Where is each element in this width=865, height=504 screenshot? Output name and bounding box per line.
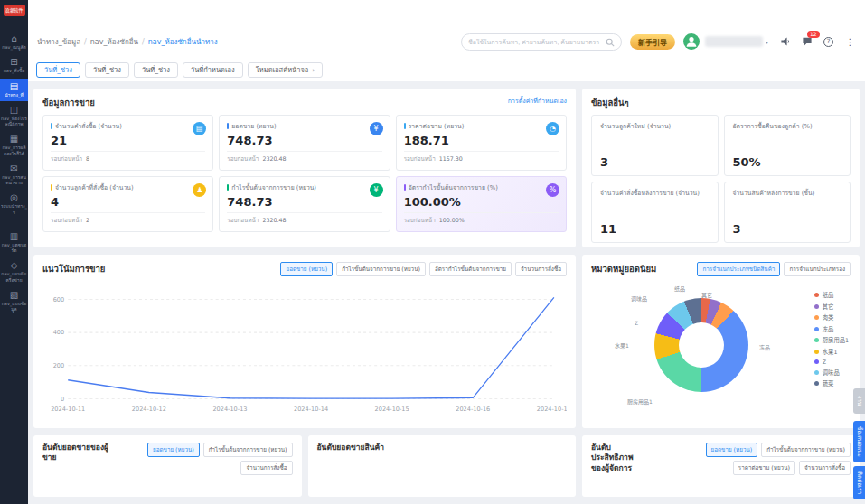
manager-ranking-panel: อันดับประสิทธิภาพของผู้จัดการ ยอดขาย (หย… xyxy=(582,435,860,497)
stat-card-aftersale-orders: จำนวนคำสั่งซื้อหลังการขาย (จำนวน) 11 xyxy=(591,182,719,243)
donut-callout: 水果1 xyxy=(615,341,629,350)
screen-mode-button[interactable]: โหมดเอสค์หน้าจอ › xyxy=(248,62,324,78)
trend-tab-gross-margin[interactable]: อัตรากำไรขั้นต้นจากการขาย xyxy=(429,262,512,276)
date-tab-range-1[interactable]: วันที่_ช่วง xyxy=(36,62,80,78)
app-logo[interactable]: 浪潮软件 xyxy=(4,5,25,16)
svg-text:600: 600 xyxy=(53,296,65,303)
seller-tab-sales[interactable]: ยอดขาย (หยวน) xyxy=(147,443,200,457)
sidebar-item-production[interactable]: ▦ nav_การผลิตอะไรก็ได้ xyxy=(0,131,28,160)
category-tab-secondary[interactable]: การจำแนกประเภทรอง xyxy=(784,262,851,276)
sidebar-item-label: nav_ห้องไปรษณีย์ภาพ xyxy=(1,116,27,127)
manager-tab-avg-price[interactable]: ราคาต่อชาม (หยวน) xyxy=(733,461,795,475)
top-bar: นำทาง_ข้อมูล nav_ห้องซักอื่น nav_ห้องซัก… xyxy=(28,0,865,58)
sidebar-item-orders[interactable]: ⊞ nav_สั่งซื้อ xyxy=(0,54,28,77)
prev-value: 2320.48 xyxy=(262,155,286,162)
svg-text:400: 400 xyxy=(53,329,65,336)
chevron-down-icon[interactable]: ▾ xyxy=(766,39,768,45)
sidebar-item-label: nav_แผนผังเครือข่าย xyxy=(1,271,27,283)
donut-callout: 其它 xyxy=(701,291,712,299)
percent-icon: % xyxy=(546,183,559,197)
prev-label: รอบก่อนหน้า xyxy=(227,217,259,223)
breadcrumb-item[interactable]: นำทาง_ข้อมูล xyxy=(37,36,80,48)
notification-badge: 12 xyxy=(807,31,820,38)
sidebar-item-network[interactable]: ◇ nav_แผนผังเครือข่าย xyxy=(0,257,28,286)
trend-line-chart: 02004006002024-10-112024-10-122024-10-13… xyxy=(42,282,567,417)
stat-value: 4 xyxy=(51,195,205,209)
task-side-tab[interactable]: งาน xyxy=(853,388,865,414)
custom-settings-link[interactable]: การตั้งค่าที่กำหนดเอง xyxy=(508,96,567,106)
legend-label: 肉类 xyxy=(823,313,834,322)
legend-item[interactable]: 肉类 xyxy=(814,313,849,322)
panel-title: แนวโน้มการขาย xyxy=(42,262,105,275)
contact-side-button[interactable]: ติดต่อเรา xyxy=(853,466,865,499)
feedback-side-button[interactable]: ข้อเสนอแนะ xyxy=(853,421,865,462)
prev-label: รอบก่อนหน้า xyxy=(51,217,82,223)
stat-card-aftersale-items: จำนวนสินค้าหลังการขาย (ชิ้น) 3 xyxy=(724,182,851,243)
sidebar-item-apps[interactable]: ▥ nav_แดชบอร์ด xyxy=(0,229,28,257)
legend-label: 厨房用品1 xyxy=(823,336,849,344)
stat-title: จำนวนลูกค้าใหม่ (จำนวน) xyxy=(600,122,710,131)
manager-tab-order-count[interactable]: จำนวนการสั่งซื้อ xyxy=(799,461,851,475)
trend-tab-order-count[interactable]: จำนวนการสั่งซื้อ xyxy=(515,262,567,276)
stat-title: อัตราการซื้อคืนของลูกค้า (%) xyxy=(733,122,842,131)
trend-tab-sales[interactable]: ยอดขาย (หยวน) xyxy=(280,262,333,276)
prev-label: รอบก่อนหน้า xyxy=(51,155,82,162)
legend-dot xyxy=(814,315,819,320)
legend-dot xyxy=(814,350,819,354)
legend-item[interactable]: 纸品 xyxy=(814,291,849,299)
breadcrumb-item-current: nav_ห้องซักอื่นนำทาง xyxy=(138,36,218,48)
accent-bar xyxy=(51,123,52,129)
date-tab-range-2[interactable]: วันที่_ช่วง xyxy=(85,62,129,78)
donut-callout: 冻品 xyxy=(759,343,770,351)
legend-item[interactable]: 蔬菜 xyxy=(814,379,849,387)
date-tab-custom[interactable]: วันที่กำหนดเอง xyxy=(183,62,243,78)
legend-item[interactable]: 厨房用品1 xyxy=(814,336,849,344)
more-icon[interactable]: ⋮ xyxy=(844,36,856,48)
other-data-panel: ข้อมูลอื่นๆ จำนวนลูกค้าใหม่ (จำนวน) 3 อั… xyxy=(582,89,860,247)
legend-item[interactable]: Z xyxy=(814,359,849,365)
category-tab-primary[interactable]: การจำแนกประเภทชนิดสินค้า xyxy=(697,262,780,276)
donut-callout: 厨房用品1 xyxy=(627,397,653,406)
legend-dot xyxy=(814,370,819,375)
guide-button[interactable]: 新手引导 xyxy=(630,34,675,50)
sidebar-item-system[interactable]: ◎ ระบบนำทาง_ฯ xyxy=(0,190,28,219)
date-tab-range-3[interactable]: วันที่_ช่วง xyxy=(134,62,178,78)
legend-item[interactable]: 调味品 xyxy=(814,369,849,377)
legend-item[interactable]: 其它 xyxy=(814,303,849,311)
profit-icon: ¥ xyxy=(370,183,383,197)
sidebar-item-label: nav_สั่งซื้อ xyxy=(4,68,25,73)
stat-value: 748.73 xyxy=(227,134,381,147)
avatar[interactable] xyxy=(683,33,700,50)
manager-tab-sales[interactable]: ยอดขาย (หยวน) xyxy=(706,443,758,457)
prev-value: 8 xyxy=(86,155,89,162)
announcement-icon[interactable] xyxy=(779,36,791,48)
sidebar-item-label: ระบบนำทาง_ฯ xyxy=(1,203,27,215)
search-icon[interactable] xyxy=(606,33,615,51)
stat-value: 100.00% xyxy=(404,195,559,209)
sidebar-item-messages[interactable]: ✉ nav_การสนทนาขาย xyxy=(0,161,28,190)
legend-label: Z xyxy=(823,359,826,365)
trend-tab-gross-profit[interactable]: กำไรขั้นต้นจากการขาย (หยวน) xyxy=(336,262,426,276)
sidebar-item-warehouse[interactable]: ◫ nav_ห้องไปรษณีย์ภาพ xyxy=(0,102,28,131)
seller-tab-gross-profit[interactable]: กำไรขั้นต้นจากการขาย (หยวน) xyxy=(203,443,293,457)
breadcrumb-item[interactable]: nav_ห้องซักอื่น xyxy=(80,36,138,48)
stat-title: กำไรขั้นต้นจากการขาย (หยวน) xyxy=(231,182,316,192)
sidebar-item-home[interactable]: ⌂ nav_เมนูลัด xyxy=(0,31,28,53)
stat-card-gross-margin: อัตรากำไรขั้นต้นจากการขาย (%) 100.00% รอ… xyxy=(396,176,567,232)
chat-icon[interactable]: 12 xyxy=(801,36,813,48)
sidebar-item-dashboard[interactable]: ▤ นำทาง_ที่ xyxy=(0,79,28,101)
manager-ranking-tabs: ยอดขาย (หยวน) กำไรขั้นต้นจากการขาย (หยวน… xyxy=(649,443,851,475)
help-icon[interactable]: ? xyxy=(823,36,834,48)
svg-text:2024-10-11: 2024-10-11 xyxy=(51,406,85,413)
legend-item[interactable]: 冻品 xyxy=(814,325,849,333)
prev-label: รอบก่อนหน้า xyxy=(404,217,436,223)
legend-item[interactable]: 水果1 xyxy=(814,348,849,356)
accent-bar xyxy=(51,184,52,191)
manager-tab-gross-profit[interactable]: กำไรขั้นต้นจากการขาย (หยวน) xyxy=(761,443,851,457)
search-input[interactable] xyxy=(468,39,602,45)
sales-trend-panel: แนวโน้มการขาย ยอดขาย (หยวน) กำไรขั้นต้นจ… xyxy=(33,255,576,428)
seller-tab-order-count[interactable]: จำนวนการสั่งซื้อ xyxy=(240,461,292,475)
sidebar-item-data[interactable]: ▧ nav_แบบข้อมูล xyxy=(0,287,28,316)
trend-metric-tabs: ยอดขาย (หยวน) กำไรขั้นต้นจากการขาย (หยวน… xyxy=(280,262,567,276)
line-chart-svg: 02004006002024-10-112024-10-122024-10-13… xyxy=(42,282,567,417)
